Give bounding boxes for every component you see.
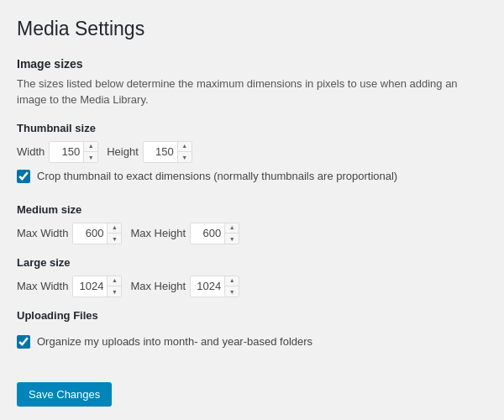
medium-max-height-spinner[interactable]: ▲ ▼ — [190, 223, 239, 244]
medium-max-width-input[interactable] — [73, 223, 107, 244]
page-title: Media Settings — [17, 17, 487, 42]
large-max-width-field: Max Width ▲ ▼ — [17, 276, 122, 297]
large-max-height-increment[interactable]: ▲ — [225, 276, 239, 286]
image-sizes-description: The sizes listed below determine the max… — [17, 76, 487, 108]
medium-max-width-spinner[interactable]: ▲ ▼ — [72, 223, 122, 244]
large-max-width-label: Max Width — [17, 280, 68, 292]
organize-checkbox[interactable] — [17, 335, 30, 349]
large-size-label: Large size — [17, 256, 487, 269]
medium-max-height-decrement[interactable]: ▼ — [225, 234, 239, 244]
large-max-height-field: Max Height ▲ ▼ — [130, 276, 239, 297]
medium-max-width-decrement[interactable]: ▼ — [108, 234, 121, 244]
large-max-height-spinner-buttons: ▲ ▼ — [224, 276, 239, 297]
thumbnail-size-label: Thumbnail size — [17, 122, 487, 134]
thumbnail-height-increment[interactable]: ▲ — [178, 141, 192, 152]
medium-max-width-field: Max Width ▲ ▼ — [17, 223, 122, 244]
large-fields: Max Width ▲ ▼ Max Height ▲ — [17, 276, 487, 297]
medium-max-width-spinner-buttons: ▲ ▼ — [107, 223, 121, 244]
thumbnail-height-spinner[interactable]: ▲ ▼ — [143, 141, 192, 163]
medium-max-height-field: Max Height ▲ ▼ — [130, 223, 239, 244]
thumbnail-height-input[interactable] — [144, 142, 177, 162]
image-sizes-title: Image sizes — [17, 57, 487, 71]
crop-checkbox[interactable] — [17, 170, 30, 183]
organize-checkbox-label: Organize my uploads into month- and year… — [37, 335, 312, 348]
thumbnail-width-spinner-buttons: ▲ ▼ — [83, 141, 97, 163]
medium-fields: Max Width ▲ ▼ Max Height ▲ — [17, 223, 487, 244]
thumbnail-height-spinner-buttons: ▲ ▼ — [177, 141, 192, 163]
thumbnail-width-label: Width — [17, 145, 45, 158]
thumbnail-height-field: Height ▲ ▼ — [107, 141, 192, 163]
thumbnail-size-block: Thumbnail size Width ▲ ▼ Height — [17, 122, 487, 192]
save-changes-button[interactable]: Save Changes — [17, 382, 112, 407]
large-max-width-increment[interactable]: ▲ — [108, 276, 121, 286]
thumbnail-width-input[interactable] — [50, 142, 83, 162]
large-max-width-spinner-buttons: ▲ ▼ — [107, 276, 121, 297]
uploading-section: Uploading Files Organize my uploads into… — [17, 309, 487, 357]
thumbnail-width-field: Width ▲ ▼ — [17, 141, 98, 163]
thumbnail-width-decrement[interactable]: ▼ — [84, 152, 97, 163]
medium-max-height-increment[interactable]: ▲ — [225, 223, 239, 234]
image-sizes-section: Image sizes The sizes listed below deter… — [17, 57, 487, 297]
large-max-width-decrement[interactable]: ▼ — [108, 286, 121, 297]
medium-max-height-label: Max Height — [130, 227, 186, 239]
crop-checkbox-label: Crop thumbnail to exact dimensions (norm… — [37, 170, 397, 182]
uploading-title: Uploading Files — [17, 309, 487, 322]
large-max-height-decrement[interactable]: ▼ — [225, 286, 239, 297]
thumbnail-width-spinner[interactable]: ▲ ▼ — [49, 141, 98, 163]
thumbnail-height-label: Height — [107, 145, 139, 158]
thumbnail-fields: Width ▲ ▼ Height ▲ — [17, 141, 487, 163]
thumbnail-width-increment[interactable]: ▲ — [84, 141, 97, 152]
large-max-height-spinner[interactable]: ▲ ▼ — [190, 276, 239, 297]
page-wrap: Media Settings Image sizes The sizes lis… — [0, 0, 504, 420]
medium-size-label: Medium size — [17, 203, 487, 216]
large-max-width-input[interactable] — [73, 276, 107, 297]
large-size-block: Large size Max Width ▲ ▼ Max Height — [17, 256, 487, 297]
medium-max-height-spinner-buttons: ▲ ▼ — [224, 223, 239, 244]
large-max-height-label: Max Height — [130, 280, 186, 292]
thumbnail-height-decrement[interactable]: ▼ — [178, 152, 192, 163]
organize-checkbox-row: Organize my uploads into month- and year… — [17, 328, 487, 357]
medium-max-width-label: Max Width — [17, 227, 68, 239]
medium-size-block: Medium size Max Width ▲ ▼ Max Height — [17, 203, 487, 244]
large-max-width-spinner[interactable]: ▲ ▼ — [72, 276, 122, 297]
medium-max-width-increment[interactable]: ▲ — [108, 223, 121, 234]
medium-max-height-input[interactable] — [191, 223, 224, 244]
large-max-height-input[interactable] — [191, 276, 224, 297]
crop-checkbox-row: Crop thumbnail to exact dimensions (norm… — [17, 163, 487, 192]
